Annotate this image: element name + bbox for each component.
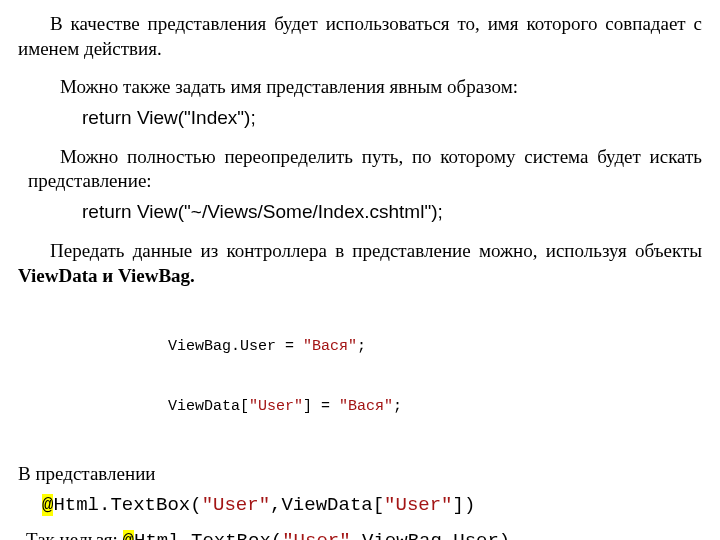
paragraph-4-bold: ViewData и ViewBag. bbox=[18, 265, 195, 286]
code-text: ] = bbox=[303, 398, 339, 415]
code-text: return View( bbox=[82, 107, 184, 128]
code-text: ViewBag.User = bbox=[168, 338, 303, 355]
paragraph-6-row: Так нельзя: @Html.TextBox("User",ViewBag… bbox=[18, 528, 702, 540]
code-return-view-index: return View("Index"); bbox=[82, 106, 702, 131]
paragraph-4: Передать данные из контроллера в предста… bbox=[18, 239, 702, 288]
paragraph-4-text: Передать данные из контроллера в предста… bbox=[50, 240, 702, 261]
at-highlight: @ bbox=[123, 530, 134, 540]
code-text: ViewData[ bbox=[168, 398, 249, 415]
code-text: ); bbox=[244, 107, 256, 128]
code-string: "User" bbox=[384, 494, 452, 516]
code-text: Html.TextBox( bbox=[134, 530, 282, 540]
code-html-textbox-viewdata: @Html.TextBox("User",ViewData["User"]) bbox=[42, 493, 702, 518]
code-string: "Index" bbox=[184, 107, 244, 128]
code-text: Html.TextBox( bbox=[53, 494, 201, 516]
code-string: "User" bbox=[202, 494, 270, 516]
paragraph-6: Так нельзя: bbox=[26, 529, 123, 540]
code-string: "User" bbox=[249, 398, 303, 415]
code-string: "Вася" bbox=[339, 398, 393, 415]
paragraph-3: Можно полностью переопределить путь, по … bbox=[28, 145, 702, 194]
code-text: "~/Views/Some/Index.cshtml" bbox=[184, 201, 431, 222]
at-highlight: @ bbox=[42, 494, 53, 516]
code-string: "User" bbox=[282, 530, 350, 540]
code-return-view-path: return View("~/Views/Some/Index.cshtml")… bbox=[82, 200, 702, 225]
code-viewbag-assign: ViewBag.User = "Вася"; bbox=[168, 337, 702, 357]
code-viewdata-assign: ViewData["User"] = "Вася"; bbox=[168, 397, 702, 417]
code-text: ; bbox=[393, 398, 402, 415]
code-text: ,ViewData[ bbox=[270, 494, 384, 516]
code-text: return View( bbox=[82, 201, 184, 222]
code-text: ,ViewBag.User) bbox=[351, 530, 511, 540]
code-text: ); bbox=[431, 201, 443, 222]
code-text: ]) bbox=[453, 494, 476, 516]
paragraph-1: В качестве представления будет использов… bbox=[18, 12, 702, 61]
code-string: "Вася" bbox=[303, 338, 357, 355]
code-text: ; bbox=[357, 338, 366, 355]
paragraph-2: Можно также задать имя представления явн… bbox=[28, 75, 702, 100]
paragraph-5: В представлении bbox=[18, 462, 702, 487]
